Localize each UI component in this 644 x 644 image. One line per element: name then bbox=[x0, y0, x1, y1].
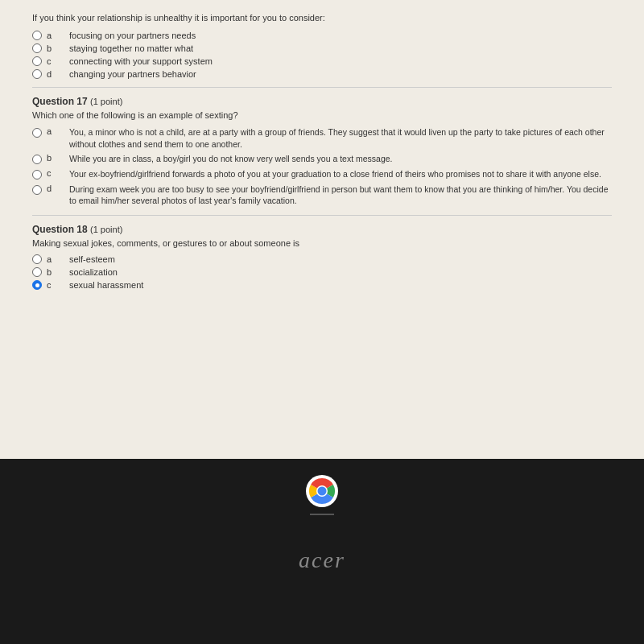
radio-c-prev[interactable] bbox=[32, 56, 42, 66]
radio-b-prev[interactable] bbox=[32, 43, 42, 53]
question18-header: Question 18 (1 point) bbox=[32, 224, 612, 235]
list-item[interactable]: b socialization bbox=[32, 267, 612, 277]
screen: If you think your relationship is unheal… bbox=[0, 0, 644, 644]
list-item[interactable]: d changing your partners behavior bbox=[32, 69, 612, 79]
radio-b-q18[interactable] bbox=[32, 267, 42, 277]
radio-c-q18[interactable] bbox=[32, 280, 42, 290]
prev-question-options: a focusing on your partners needs b stay… bbox=[32, 31, 612, 79]
intro-text: If you think your relationship is unheal… bbox=[32, 13, 612, 23]
quiz-area: If you think your relationship is unheal… bbox=[0, 0, 644, 459]
radio-d-prev[interactable] bbox=[32, 69, 42, 79]
list-item[interactable]: a focusing on your partners needs bbox=[32, 31, 612, 40]
radio-a-prev[interactable] bbox=[32, 31, 42, 40]
taskbar: acer bbox=[0, 459, 644, 644]
question17-options: a You, a minor who is not a child, are a… bbox=[32, 126, 612, 207]
question18-options: a self-esteem b socialization c sexual h… bbox=[32, 254, 612, 290]
question18-text: Making sexual jokes, comments, or gestur… bbox=[32, 238, 612, 248]
divider bbox=[32, 87, 612, 88]
list-item[interactable]: a You, a minor who is not a child, are a… bbox=[32, 126, 612, 150]
question17-header: Question 17 (1 point) bbox=[32, 96, 612, 107]
taskbar-underline bbox=[310, 514, 334, 515]
divider2 bbox=[32, 215, 612, 216]
list-item[interactable]: b staying together no matter what bbox=[32, 43, 612, 53]
list-item[interactable]: c sexual harassment bbox=[32, 280, 612, 290]
chrome-icon[interactable] bbox=[306, 475, 338, 510]
radio-a-q18[interactable] bbox=[32, 254, 42, 264]
list-item[interactable]: a self-esteem bbox=[32, 254, 612, 264]
question17-text: Which one of the following is an example… bbox=[32, 110, 612, 120]
list-item[interactable]: c Your ex-boyfriend/girlfriend forwards … bbox=[32, 168, 612, 180]
svg-point-2 bbox=[318, 487, 327, 496]
list-item[interactable]: d During exam week you are too busy to s… bbox=[32, 184, 612, 207]
radio-a-q17[interactable] bbox=[32, 128, 42, 138]
list-item[interactable]: b While you are in class, a boy/girl you… bbox=[32, 153, 612, 165]
radio-d-q17[interactable] bbox=[32, 185, 42, 195]
acer-logo: acer bbox=[299, 547, 345, 573]
list-item[interactable]: c connecting with your support system bbox=[32, 56, 612, 66]
radio-c-q17[interactable] bbox=[32, 170, 42, 180]
radio-b-q17[interactable] bbox=[32, 155, 42, 164]
